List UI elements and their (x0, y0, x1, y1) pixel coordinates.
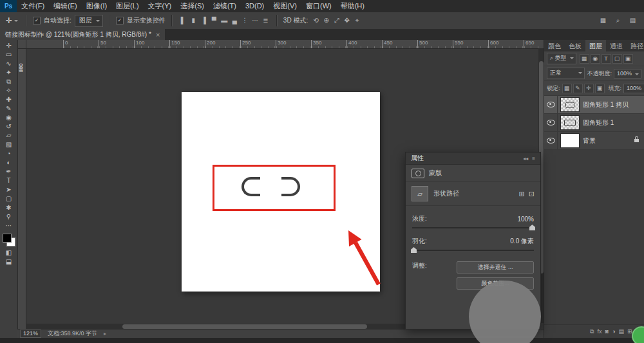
lock-position-icon[interactable]: ✛ (584, 84, 594, 93)
edit-toolbar-button[interactable]: ⋯ (1, 221, 16, 230)
add-layer-mask-icon[interactable]: ◙ (605, 328, 609, 335)
move-tool[interactable]: ✛ (1, 41, 16, 50)
color-swatches[interactable] (2, 233, 16, 247)
eye-icon[interactable] (547, 102, 555, 107)
eyedropper-tool[interactable]: ✧ (1, 86, 16, 95)
3d-orbit-icon[interactable]: ⟲ (311, 15, 321, 26)
menu-item[interactable]: 图层(L) (111, 0, 143, 12)
layer-filter-dropdown[interactable]: ⌕ 类型 (547, 53, 576, 64)
mask-thumbnail[interactable]: ▱ (412, 186, 428, 201)
screen-mode-button[interactable]: ⬓ (1, 257, 16, 266)
layer-thumbnail[interactable] (560, 97, 580, 112)
align-top-icon[interactable]: ▀ (209, 15, 219, 26)
blur-tool[interactable]: ◔ (1, 149, 16, 158)
menu-item[interactable]: 滤镜(T) (209, 0, 241, 12)
distribute-vertical-icon[interactable]: ⋮ (240, 15, 250, 26)
layer-row-selected[interactable]: 圆角矩形 1 拷贝 (544, 96, 644, 114)
layer-name[interactable]: 圆角矩形 1 拷贝 (583, 100, 629, 109)
link-layers-icon[interactable]: ⧉ (590, 328, 594, 335)
menu-item[interactable]: 视图(V) (269, 0, 301, 12)
new-adjustment-layer-icon[interactable]: ◑ (612, 328, 615, 335)
lock-transparency-icon[interactable]: ▦ (562, 84, 572, 93)
fill-value[interactable]: 100% (623, 84, 644, 93)
density-slider-knob[interactable] (529, 225, 535, 230)
horizontal-ruler[interactable]: 050100150200250300350400450500550600650 (26, 40, 544, 49)
new-group-icon[interactable]: ▤ (618, 328, 624, 335)
select-and-mask-button[interactable]: 选择并遮住 ... (457, 261, 534, 273)
menu-item[interactable]: 文字(Y) (144, 0, 176, 12)
layer-thumbnail[interactable] (560, 115, 580, 130)
close-tab-icon[interactable]: × (156, 31, 160, 39)
feather-slider[interactable] (412, 250, 534, 251)
type-tool[interactable]: T (1, 176, 16, 185)
distribute-evenly-icon[interactable]: ≣ (261, 15, 270, 26)
brush-tool[interactable]: ✎ (1, 104, 16, 113)
crop-tool[interactable]: ⧉ (1, 77, 16, 86)
align-left-icon[interactable]: ▌ (178, 15, 188, 26)
menu-item[interactable]: 窗口(W) (301, 0, 336, 12)
lasso-tool[interactable]: ∿ (1, 59, 16, 68)
zoom-level-field[interactable]: 121% (20, 329, 41, 338)
tab-channels[interactable]: 通道 (606, 40, 627, 51)
hand-tool[interactable]: ✱ (1, 203, 16, 212)
spot-healing-brush-tool[interactable]: ✚ (1, 95, 16, 104)
rectangle-tool[interactable]: ▢ (1, 194, 16, 203)
filter-adjustment-layers-icon[interactable]: ◉ (591, 54, 600, 64)
status-expand-icon[interactable]: ▸ (104, 331, 106, 337)
feather-slider-knob[interactable] (411, 247, 417, 253)
visibility-cell[interactable] (544, 132, 558, 149)
search-icon[interactable]: ⌕ (613, 15, 623, 26)
auto-select-target-dropdown[interactable]: 图层 (75, 15, 103, 27)
clone-stamp-tool[interactable]: ◉ (1, 113, 16, 122)
arrange-documents-icon[interactable]: ▦ (598, 15, 608, 26)
lock-all-icon[interactable]: ▣ (595, 84, 605, 93)
3d-slide-icon[interactable]: ✥ (342, 15, 352, 26)
density-value[interactable]: 100% (517, 216, 534, 223)
show-transform-controls-checkbox[interactable]: ✓ (116, 17, 124, 24)
3d-roll-icon[interactable]: ⊕ (321, 15, 331, 26)
opacity-value[interactable]: 100% (614, 69, 641, 79)
tab-layers[interactable]: 图层 (585, 40, 606, 51)
tab-color[interactable]: 颜色 (544, 40, 565, 51)
panel-menu-icon[interactable]: ≡ (532, 156, 535, 162)
visibility-cell[interactable] (544, 114, 558, 131)
photoshop-logo-icon[interactable]: Ps (0, 0, 17, 12)
properties-panel-header[interactable]: 属性 ◂◂ ≡ (406, 153, 540, 165)
foreground-color-swatch[interactable] (3, 234, 12, 243)
distribute-horizontal-icon[interactable]: ⋯ (251, 15, 260, 26)
layer-name[interactable]: 背景 (583, 136, 596, 145)
dodge-tool[interactable]: ◐ (1, 158, 16, 167)
gradient-tool[interactable]: ▨ (1, 140, 16, 149)
align-right-icon[interactable]: ▐ (199, 15, 209, 26)
quick-mask-button[interactable]: ◧ (1, 248, 16, 257)
density-slider[interactable] (412, 227, 534, 228)
menu-item[interactable]: 图像(I) (82, 0, 111, 12)
workspace-switcher-icon[interactable]: ▤ (628, 15, 638, 26)
collapse-panel-icon[interactable]: ◂◂ (523, 156, 528, 162)
blend-mode-dropdown[interactable]: 正常 (547, 68, 585, 79)
layer-thumbnail[interactable] (560, 133, 580, 148)
filter-shape-layers-icon[interactable]: ▢ (612, 54, 622, 64)
auto-select-checkbox[interactable]: ✓ (33, 17, 41, 24)
visibility-cell[interactable] (544, 96, 558, 113)
feather-value[interactable]: 0.0 像素 (510, 237, 534, 246)
eye-icon[interactable] (547, 138, 555, 144)
path-selection-tool[interactable]: ➤ (1, 185, 16, 194)
rectangular-marquee-tool[interactable]: ▭ (1, 50, 16, 59)
3d-scale-icon[interactable]: ⌖ (352, 15, 362, 26)
layer-row[interactable]: 圆角矩形 1 (544, 114, 644, 132)
lock-pixels-icon[interactable]: ✎ (573, 84, 583, 93)
tab-swatches[interactable]: 色板 (565, 40, 585, 51)
filter-smart-objects-icon[interactable]: ▣ (623, 54, 633, 64)
menu-item[interactable]: 3D(D) (241, 0, 269, 12)
filter-pixel-layers-icon[interactable]: ▦ (580, 54, 589, 64)
quick-selection-tool[interactable]: ✦ (1, 68, 16, 77)
zoom-tool[interactable]: ⚲ (1, 212, 16, 221)
layer-name[interactable]: 圆角矩形 1 (583, 118, 614, 127)
align-center-horizontal-icon[interactable]: ▮ (189, 15, 198, 26)
document-tab[interactable]: 链接图标制作 @ 121%(圆角矩形 1 拷贝, RGB/8#) * × (0, 29, 166, 40)
layer-style-icon[interactable]: fx (598, 328, 602, 335)
add-vector-mask-icon[interactable]: ⊡ (529, 190, 535, 198)
menu-item[interactable]: 编辑(E) (49, 0, 82, 12)
add-pixel-mask-icon[interactable]: ⊞ (519, 190, 525, 198)
